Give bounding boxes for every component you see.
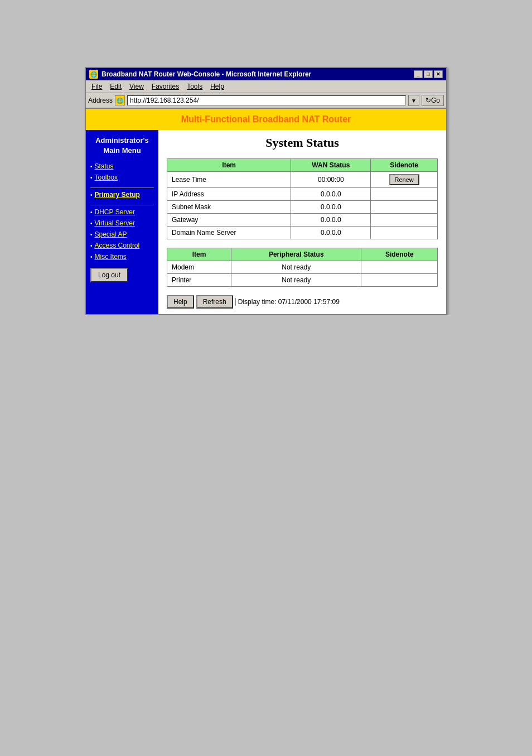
menu-edit[interactable]: Edit (107, 81, 125, 92)
primary-setup-link[interactable]: Primary Setup (95, 191, 140, 199)
sidebar-title: Administrator's Main Menu (90, 136, 154, 156)
bullet-icon: • (90, 175, 93, 181)
table-row: Gateway 0.0.0.0 (167, 214, 438, 227)
page-icon: 🌐 (115, 95, 125, 105)
address-label: Address (88, 97, 113, 104)
address-dropdown[interactable]: ▼ (408, 95, 419, 106)
header-text: Multi-Functional Broadband NAT Router (181, 114, 351, 124)
inner-page: Multi-Functional Broadband NAT Router Ad… (86, 109, 446, 314)
bullet-icon: • (90, 254, 93, 260)
wan-row4-sidenote (371, 227, 438, 239)
peri-row1-status: Not ready (231, 274, 361, 287)
sidebar-section-primary: • Primary Setup (90, 191, 154, 200)
peri-row0-sidenote (361, 261, 438, 274)
page-title: System Status (167, 136, 438, 150)
window-title: Broadband NAT Router Web-Console - Micro… (101, 70, 311, 78)
wan-row1-sidenote (371, 188, 438, 201)
wan-row4-item: Domain Name Server (167, 227, 291, 239)
wan-row2-sidenote (371, 201, 438, 214)
maximize-button[interactable]: □ (424, 70, 433, 78)
status-item: • Status (90, 162, 154, 172)
virtual-server-link[interactable]: Virtual Server (95, 219, 135, 227)
wan-row1-status: 0.0.0.0 (291, 188, 371, 201)
misc-items-item: • Misc Items (90, 253, 154, 262)
table-row: Lease Time 00:00:00 Renew (167, 172, 438, 188)
browser-icon: 🌐 (89, 70, 98, 79)
content-area: System Status Item WAN Status Sidenote (158, 130, 446, 314)
title-bar-left: 🌐 Broadband NAT Router Web-Console - Mic… (89, 70, 311, 79)
wan-row2-item: Subnet Mask (167, 201, 291, 214)
main-layout: Administrator's Main Menu • Status • Too… (86, 130, 446, 314)
peri-row0-item: Modem (167, 261, 231, 274)
sidebar-separator2 (90, 205, 154, 205)
table-row: IP Address 0.0.0.0 (167, 188, 438, 201)
table-row: Printer Not ready (167, 274, 438, 287)
title-bar: 🌐 Broadband NAT Router Web-Console - Mic… (86, 68, 446, 80)
wan-row4-status: 0.0.0.0 (291, 227, 371, 239)
peri-row0-status: Not ready (231, 261, 361, 274)
sidebar-section-sub: • DHCP Server • Virtual Server • Special… (90, 208, 154, 262)
peri-row1-item: Printer (167, 274, 231, 287)
bullet-icon: • (90, 209, 93, 215)
primary-setup-item: • Primary Setup (90, 191, 154, 200)
menu-view[interactable]: View (126, 81, 147, 92)
peripheral-status-table: Item Peripheral Status Sidenote Modem No… (167, 248, 438, 287)
wan-row2-status: 0.0.0.0 (291, 201, 371, 214)
help-button[interactable]: Help (167, 295, 194, 309)
access-control-link[interactable]: Access Control (95, 242, 140, 249)
renew-button[interactable]: Renew (389, 174, 419, 185)
table-row: Subnet Mask 0.0.0.0 (167, 201, 438, 214)
special-ap-link[interactable]: Special AP (95, 230, 127, 238)
wan-row0-item: Lease Time (167, 172, 291, 188)
peri-col-sidenote: Sidenote (361, 248, 438, 261)
peri-row1-sidenote (361, 274, 438, 287)
peri-col-status: Peripheral Status (231, 248, 361, 261)
close-button[interactable]: ✕ (434, 70, 443, 78)
toolbox-link[interactable]: Toolbox (95, 174, 118, 181)
special-ap-item: • Special AP (90, 230, 154, 240)
refresh-button[interactable]: Refresh (196, 295, 233, 309)
wan-row3-item: Gateway (167, 214, 291, 227)
access-control-item: • Access Control (90, 242, 154, 251)
minimize-button[interactable]: _ (414, 70, 423, 78)
wan-col-sidenote: Sidenote (371, 159, 438, 172)
sidebar: Administrator's Main Menu • Status • Too… (86, 130, 158, 314)
wan-status-table: Item WAN Status Sidenote Lease Time 00:0… (167, 158, 438, 239)
bullet-icon: • (90, 232, 93, 238)
address-input[interactable] (127, 95, 406, 105)
go-button[interactable]: ↻Go (422, 95, 444, 106)
menu-favorites[interactable]: Favorites (148, 81, 182, 92)
menu-file[interactable]: File (88, 81, 105, 92)
table-row: Domain Name Server 0.0.0.0 (167, 227, 438, 239)
dhcp-server-link[interactable]: DHCP Server (95, 208, 135, 216)
wan-col-item: Item (167, 159, 291, 172)
sidebar-section-top: • Status • Toolbox (90, 162, 154, 183)
wan-row3-status: 0.0.0.0 (291, 214, 371, 227)
wan-col-status: WAN Status (291, 159, 371, 172)
window-controls: _ □ ✕ (414, 70, 443, 78)
peri-col-item: Item (167, 248, 231, 261)
sidebar-separator (90, 187, 154, 188)
address-bar: Address 🌐 ▼ ↻Go (86, 93, 446, 109)
wan-row1-item: IP Address (167, 188, 291, 201)
menu-tools[interactable]: Tools (183, 81, 206, 92)
toolbox-item: • Toolbox (90, 174, 154, 183)
misc-items-link[interactable]: Misc Items (95, 253, 127, 261)
bullet-icon: • (90, 243, 93, 249)
bottom-bar: Help Refresh Display time: 07/11/2000 17… (167, 295, 438, 309)
menu-bar: File Edit View Favorites Tools Help (86, 80, 446, 93)
virtual-server-item: • Virtual Server (90, 219, 154, 229)
table-row: Modem Not ready (167, 261, 438, 274)
bullet-icon: • (90, 163, 93, 170)
page-header: Multi-Functional Broadband NAT Router (86, 109, 446, 130)
bullet-icon: • (90, 192, 93, 198)
status-link[interactable]: Status (95, 162, 114, 170)
menu-help[interactable]: Help (207, 81, 228, 92)
wan-row3-sidenote (371, 214, 438, 227)
bullet-icon: • (90, 220, 93, 227)
logout-button[interactable]: Log out (90, 268, 128, 282)
dhcp-item: • DHCP Server (90, 208, 154, 218)
wan-row0-sidenote: Renew (371, 172, 438, 188)
wan-row0-status: 00:00:00 (291, 172, 371, 188)
browser-window: 🌐 Broadband NAT Router Web-Console - Mic… (85, 67, 447, 315)
